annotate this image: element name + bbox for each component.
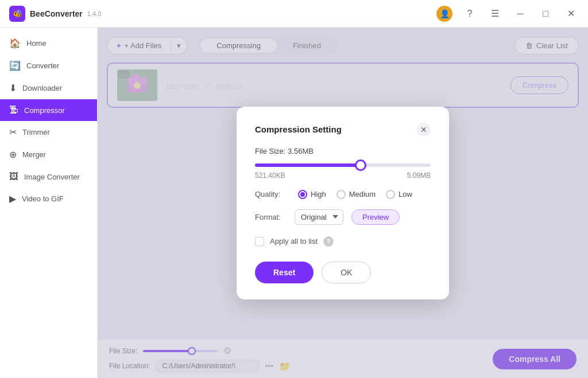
app-title: BeeConverter — [30, 9, 83, 18]
reset-button[interactable]: Reset — [255, 262, 314, 283]
ok-button[interactable]: OK — [322, 262, 371, 283]
dialog-header: Compression Setting ✕ — [255, 123, 431, 137]
help-icon[interactable]: ? — [462, 6, 478, 22]
sidebar-item-video-to-gif[interactable]: ▶ Video to GIF — [0, 188, 97, 210]
format-label: Format: — [255, 213, 287, 221]
titlebar-right: 👤 ? ☰ ─ □ ✕ — [436, 6, 579, 22]
sidebar-item-label-downloader: Downloader — [22, 84, 62, 92]
sidebar-item-label-home: Home — [26, 39, 47, 48]
quality-label: Quality: — [255, 190, 287, 198]
slider-max-label: 5.09MB — [407, 172, 431, 180]
home-icon: 🏠 — [9, 38, 21, 49]
sidebar-item-label-compressor: Compressor — [24, 106, 65, 115]
sidebar-item-downloader[interactable]: ⬇ Downloader — [0, 77, 97, 99]
file-size-display: File Size: 3.56MB — [255, 147, 431, 155]
quality-low-radio[interactable] — [386, 190, 395, 199]
user-avatar-icon[interactable]: 👤 — [436, 6, 452, 22]
preview-button[interactable]: Preview — [351, 209, 400, 225]
downloader-icon: ⬇ — [9, 83, 17, 93]
compression-slider-track[interactable] — [255, 163, 431, 167]
quality-high-radio[interactable] — [298, 190, 307, 199]
compression-slider-container — [255, 163, 431, 167]
sidebar-item-label-video-gif: Video to GIF — [22, 194, 64, 203]
slider-min-label: 521.40KB — [255, 172, 285, 180]
video-gif-icon: ▶ — [9, 193, 16, 204]
minimize-icon[interactable]: ─ — [512, 6, 528, 22]
sidebar: 🏠 Home 🔄 Converter ⬇ Downloader 🗜 Compre… — [0, 28, 98, 378]
quality-medium-radio[interactable] — [336, 190, 346, 199]
quality-low-label: Low — [399, 190, 412, 198]
app-icon: 🐝 — [9, 6, 25, 22]
merger-icon: ⊕ — [9, 149, 17, 160]
sidebar-item-label-merger: Merger — [22, 150, 46, 159]
dialog-close-button[interactable]: ✕ — [417, 123, 431, 137]
sidebar-item-home[interactable]: 🏠 Home — [0, 32, 97, 54]
trimmer-icon: ✂ — [9, 127, 17, 138]
compression-dialog: Compression Setting ✕ File Size: 3.56MB — [237, 107, 449, 299]
dialog-buttons: Reset OK — [255, 262, 431, 283]
apply-all-checkbox[interactable] — [255, 237, 264, 246]
dialog-title: Compression Setting — [255, 124, 342, 134]
sidebar-item-trimmer[interactable]: ✂ Trimmer — [0, 121, 97, 143]
apply-all-row: Apply all to list ? — [255, 236, 431, 247]
format-select[interactable]: Original — [295, 209, 343, 225]
quality-row: Quality: High Medium — [255, 190, 431, 199]
overlay: Compression Setting ✕ File Size: 3.56MB — [98, 28, 588, 378]
help-tooltip-icon[interactable]: ? — [323, 236, 334, 247]
slider-labels: 521.40KB 5.09MB — [255, 172, 431, 180]
sidebar-item-compressor[interactable]: 🗜 Compressor — [0, 99, 97, 121]
sidebar-item-label-trimmer: Trimmer — [22, 128, 50, 137]
content-area: + + Add Files ▾ Compressing Finished 🗑 — [98, 28, 588, 378]
maximize-icon[interactable]: □ — [537, 6, 554, 22]
quality-high-label: High — [311, 190, 326, 198]
close-icon[interactable]: ✕ — [563, 6, 579, 22]
apply-all-label: Apply all to list — [270, 237, 318, 245]
titlebar: 🐝 BeeConverter 1.4.0 👤 ? ☰ ─ □ ✕ — [0, 0, 588, 28]
sidebar-item-merger[interactable]: ⊕ Merger — [0, 143, 97, 166]
quality-medium-label: Medium — [349, 190, 376, 198]
format-row: Format: Original Preview — [255, 209, 431, 225]
sidebar-item-converter[interactable]: 🔄 Converter — [0, 54, 97, 77]
quality-medium-option[interactable]: Medium — [336, 190, 376, 199]
slider-fill — [255, 163, 361, 167]
sidebar-item-image-converter[interactable]: 🖼 Image Converter — [0, 166, 97, 188]
menu-icon[interactable]: ☰ — [487, 6, 503, 22]
sidebar-item-label-image-converter: Image Converter — [24, 173, 80, 181]
main-layout: 🏠 Home 🔄 Converter ⬇ Downloader 🗜 Compre… — [0, 28, 588, 378]
compressor-icon: 🗜 — [9, 105, 18, 115]
radio-inner-high — [300, 192, 305, 197]
quality-low-option[interactable]: Low — [386, 190, 412, 199]
image-converter-icon: 🖼 — [9, 172, 18, 182]
sidebar-item-label-converter: Converter — [26, 61, 59, 70]
converter-icon: 🔄 — [9, 60, 21, 71]
slider-thumb[interactable] — [355, 159, 366, 171]
quality-radio-group: High Medium Low — [298, 190, 412, 199]
titlebar-left: 🐝 BeeConverter 1.4.0 — [9, 6, 101, 22]
app-version: 1.4.0 — [87, 10, 101, 17]
quality-high-option[interactable]: High — [298, 190, 326, 199]
